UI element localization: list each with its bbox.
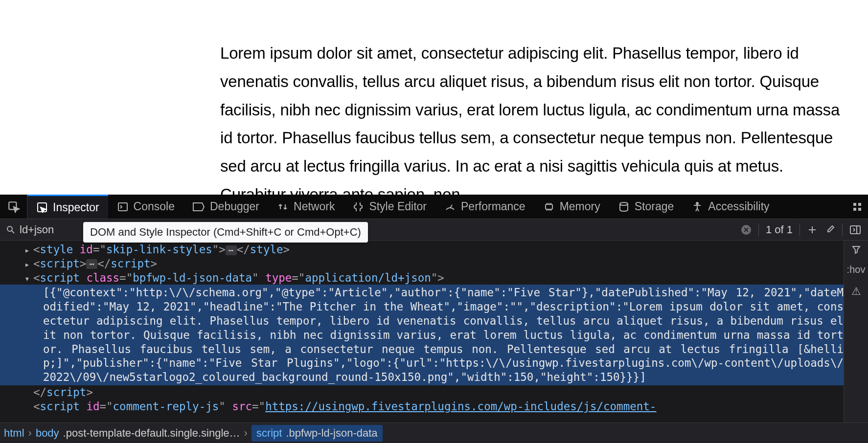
svg-rect-8	[853, 208, 856, 211]
tab-debugger-label: Debugger	[210, 200, 259, 213]
tab-storage-label: Storage	[635, 200, 674, 213]
devtools-panel: Inspector Console Debugger Network Style	[0, 195, 868, 443]
accessibility-icon	[691, 201, 703, 213]
svg-rect-12	[850, 226, 860, 234]
svg-rect-7	[858, 203, 861, 206]
svg-point-10	[7, 226, 12, 231]
separator	[842, 223, 843, 236]
tab-memory-label: Memory	[560, 200, 600, 213]
selected-json-text[interactable]: [{"@context":"http:\/\/schema.org","@typ…	[0, 285, 844, 385]
search-icon	[6, 225, 16, 235]
markup-line[interactable]: <script id="comment-reply-js" src="https…	[0, 399, 844, 414]
svg-point-4	[620, 202, 628, 205]
chevron-right-icon: ›	[244, 427, 248, 440]
svg-rect-2	[118, 203, 127, 211]
tab-console-label: Console	[134, 200, 175, 213]
tab-performance[interactable]: Performance	[435, 195, 534, 219]
markup-line[interactable]: ▸<script>⋯</script>	[0, 257, 844, 271]
tab-memory[interactable]: Memory	[534, 195, 609, 219]
network-icon	[277, 201, 289, 213]
tab-debugger[interactable]: Debugger	[183, 195, 268, 219]
search-result-count: 1 of 1	[766, 223, 793, 236]
tab-inspector-label: Inspector	[53, 201, 99, 214]
toggle-sidebar-button[interactable]	[849, 225, 861, 235]
separator	[758, 223, 759, 236]
tabs-overflow-button[interactable]	[846, 195, 868, 219]
article-body-text: Lorem ipsum dolor sit amet, consectetur …	[220, 39, 848, 209]
tab-performance-label: Performance	[461, 200, 525, 213]
tab-style-editor[interactable]: Style Editor	[343, 195, 435, 219]
filter-icon[interactable]	[851, 244, 861, 254]
page-content: Lorem ipsum dolor sit amet, consectetur …	[0, 0, 868, 195]
style-editor-icon	[352, 201, 364, 213]
performance-icon	[444, 201, 456, 213]
console-icon	[117, 201, 129, 213]
inspector-tooltip: DOM and Style Inspector (Cmd+Shift+C or …	[83, 222, 368, 243]
tab-storage[interactable]: Storage	[609, 195, 683, 219]
add-node-button[interactable]	[807, 224, 818, 235]
markup-line-close-script[interactable]: </script>	[0, 385, 844, 399]
tab-accessibility[interactable]: Accessibility	[683, 195, 778, 219]
inspector-body: ▸<style id="skip-link-styles">⋯</style> …	[0, 241, 868, 422]
storage-icon	[618, 201, 630, 213]
warning-icon: ⚠	[851, 285, 861, 298]
eyedropper-button[interactable]	[824, 224, 835, 235]
svg-rect-6	[853, 203, 856, 206]
tab-console[interactable]: Console	[108, 195, 183, 219]
svg-point-5	[696, 202, 698, 204]
breadcrumb-item-html[interactable]: html	[4, 427, 24, 440]
devtools-tabbar: Inspector Console Debugger Network Style	[0, 195, 868, 219]
breadcrumb: html › body.post-template-default.single…	[0, 422, 868, 443]
search-input[interactable]	[20, 223, 73, 236]
inspector-icon	[36, 201, 48, 213]
rules-sidebar: :hov ⚠	[844, 241, 868, 422]
breadcrumb-item-script[interactable]: script.bpfwp-ld-json-data	[251, 425, 383, 442]
memory-icon	[543, 201, 555, 213]
markup-line-open-script[interactable]: ▾<script class="bpfwp-ld-json-data" type…	[0, 271, 844, 285]
separator	[799, 223, 800, 236]
svg-rect-3	[546, 204, 552, 209]
tab-style-editor-label: Style Editor	[369, 200, 427, 213]
breadcrumb-item-body[interactable]: body.post-template-default.single.single…	[36, 427, 240, 440]
markup-line[interactable]: ▸<style id="skip-link-styles">⋯</style>	[0, 243, 844, 257]
clear-search-button[interactable]	[741, 224, 752, 235]
tab-accessibility-label: Accessibility	[708, 200, 769, 213]
hov-toggle[interactable]: :hov	[847, 264, 866, 275]
tab-inspector[interactable]: Inspector	[27, 195, 108, 219]
svg-rect-9	[858, 208, 861, 211]
debugger-icon	[192, 201, 205, 212]
tab-network[interactable]: Network	[268, 195, 343, 219]
chevron-right-icon: ›	[28, 427, 32, 440]
tab-network-label: Network	[294, 200, 335, 213]
element-picker-button[interactable]	[0, 195, 27, 219]
markup-view[interactable]: ▸<style id="skip-link-styles">⋯</style> …	[0, 241, 844, 422]
